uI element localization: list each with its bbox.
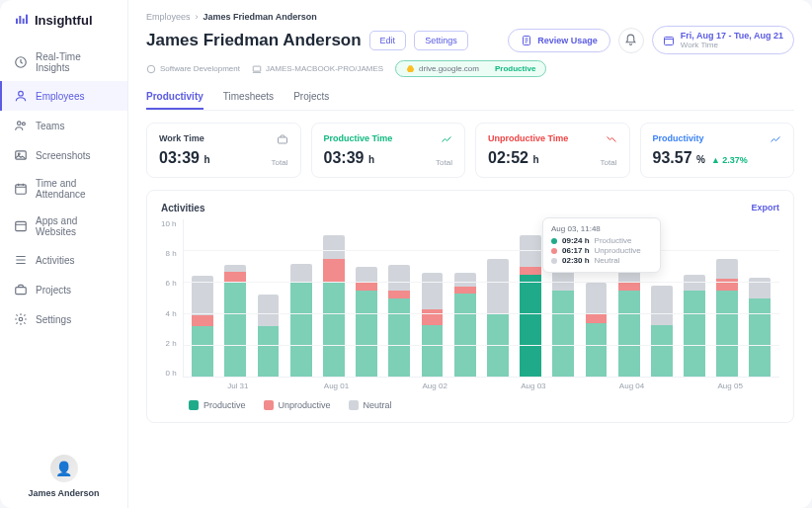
bar-col[interactable] — [384, 219, 415, 377]
date-range-sub: Work Time — [681, 41, 783, 49]
card-unit: h — [532, 154, 538, 165]
image-icon — [14, 148, 28, 162]
card-label: Productive Time — [324, 133, 453, 143]
review-label: Review Usage — [537, 36, 598, 45]
card-sub: Total — [436, 158, 452, 167]
date-range-main: Fri, Aug 17 - Tue, Aug 21 — [681, 31, 783, 41]
bar-col[interactable] — [188, 219, 218, 377]
chart-tooltip: Aug 03, 11:48 09:24 hProductive06:17 hUn… — [542, 217, 661, 273]
bar-col[interactable] — [220, 219, 251, 377]
svg-point-7 — [22, 123, 25, 126]
bar-col[interactable] — [482, 219, 513, 377]
tab-timesheets[interactable]: Timesheets — [223, 85, 274, 110]
chip-status: Productive — [495, 64, 535, 73]
drive-icon — [406, 64, 415, 73]
layout-icon — [14, 219, 28, 233]
meta-team: Software Development — [160, 64, 240, 73]
chip-site: drive.google.com — [419, 64, 479, 73]
card-work-time: Work Time 03:39 h Total — [146, 123, 301, 178]
card-sub: Total — [272, 158, 288, 167]
crumb-root[interactable]: Employees — [146, 12, 191, 22]
sidebar-item-time[interactable]: Time and Attendance — [0, 170, 127, 208]
notifications-button[interactable] — [618, 28, 644, 53]
gear-icon — [14, 312, 28, 326]
svg-rect-3 — [26, 15, 28, 24]
trend-up-icon — [441, 133, 452, 145]
sidebar-item-settings[interactable]: Settings — [0, 304, 127, 334]
bar-col[interactable] — [449, 219, 480, 377]
sidebar-item-label: Real-Time Insights — [36, 51, 114, 73]
tabs: Productivity Timesheets Projects — [146, 85, 794, 111]
sidebar-item-label: Time and Attendance — [36, 178, 114, 200]
svg-point-13 — [19, 317, 23, 321]
sidebar-item-realtime[interactable]: Real-Time Insights — [0, 43, 127, 81]
sidebar-item-apps[interactable]: Apps and Websites — [0, 208, 127, 245]
date-range-picker[interactable]: Fri, Aug 17 - Tue, Aug 21 Work Time — [652, 26, 794, 54]
bar-col[interactable] — [253, 219, 284, 377]
legend-neutral: Neutral — [349, 400, 392, 410]
bar-col[interactable] — [712, 219, 743, 377]
sidebar-item-label: Settings — [36, 314, 71, 325]
bar-col[interactable] — [285, 219, 316, 377]
card-unproductive-time: Unproductive Time 02:52 h Total — [475, 123, 630, 178]
svg-rect-17 — [253, 66, 261, 71]
logo: Insightful — [0, 0, 127, 40]
tab-productivity[interactable]: Productivity — [146, 85, 203, 110]
card-productivity: Productivity 93.57 %▲ 2.37% — [640, 123, 795, 178]
svg-rect-1 — [19, 16, 21, 24]
clock-icon — [14, 55, 28, 69]
card-value: 02:52 — [488, 149, 528, 166]
sidebar-item-screenshots[interactable]: Screenshots — [0, 140, 127, 170]
edit-button[interactable]: Edit — [369, 31, 407, 50]
legend-unproductive: Unproductive — [264, 400, 331, 410]
plot-area — [183, 219, 779, 378]
card-sub: Total — [601, 158, 617, 167]
card-delta: ▲ 2.37% — [711, 155, 748, 165]
sidebar-item-projects[interactable]: Projects — [0, 275, 127, 304]
svg-point-5 — [19, 91, 24, 96]
svg-rect-15 — [664, 37, 673, 44]
svg-rect-18 — [278, 137, 286, 143]
device-icon — [252, 64, 262, 74]
review-usage-button[interactable]: Review Usage — [508, 29, 610, 52]
tooltip-title: Aug 03, 11:48 — [551, 224, 652, 233]
bar-col[interactable] — [417, 219, 447, 377]
org-icon — [146, 64, 156, 74]
export-button[interactable]: Export — [751, 203, 779, 213]
bar-col[interactable] — [679, 219, 709, 377]
bar-col[interactable] — [515, 219, 545, 377]
card-value: 03:39 — [159, 149, 200, 166]
chart: 10 h8 h6 h4 h2 h0 h Aug 03, 11:48 09:24 … — [161, 219, 779, 378]
card-value: 93.57 — [653, 149, 692, 166]
bar-col[interactable] — [352, 219, 382, 377]
bell-icon — [624, 34, 637, 46]
card-value: 03:39 — [324, 149, 365, 166]
brand-name: Insightful — [35, 13, 93, 28]
page-title: James Friedman Anderson — [146, 31, 362, 50]
settings-button[interactable]: Settings — [414, 31, 468, 50]
users-icon — [14, 119, 28, 132]
tab-projects[interactable]: Projects — [293, 85, 329, 110]
activity-chip: drive.google.com Productive — [395, 60, 546, 77]
sidebar-user[interactable]: 👤 James Anderson — [0, 445, 127, 508]
sidebar-item-label: Activities — [36, 255, 74, 266]
sidebar-item-activities[interactable]: Activities — [0, 245, 127, 275]
svg-rect-12 — [16, 288, 27, 295]
sidebar-item-teams[interactable]: Teams — [0, 111, 127, 140]
meta-row: Software Development JAMES-MACBOOK-PRO/J… — [146, 60, 794, 77]
y-axis: 10 h8 h6 h4 h2 h0 h — [161, 219, 183, 378]
sidebar-item-label: Apps and Websites — [36, 215, 114, 237]
svg-point-9 — [18, 153, 20, 155]
card-label: Productivity — [653, 133, 782, 143]
card-productive-time: Productive Time 03:39 h Total — [311, 123, 466, 178]
briefcase-icon — [14, 283, 28, 296]
sidebar-item-employees[interactable]: Employees — [0, 81, 127, 111]
card-unit: h — [203, 154, 209, 165]
breadcrumb: Employees › James Friedman Anderson — [146, 12, 794, 22]
avatar: 👤 — [50, 455, 78, 482]
svg-rect-10 — [16, 185, 27, 194]
list-icon — [14, 253, 28, 267]
legend-productive: Productive — [189, 400, 246, 410]
bar-col[interactable] — [318, 219, 349, 377]
bar-col[interactable] — [745, 219, 775, 377]
